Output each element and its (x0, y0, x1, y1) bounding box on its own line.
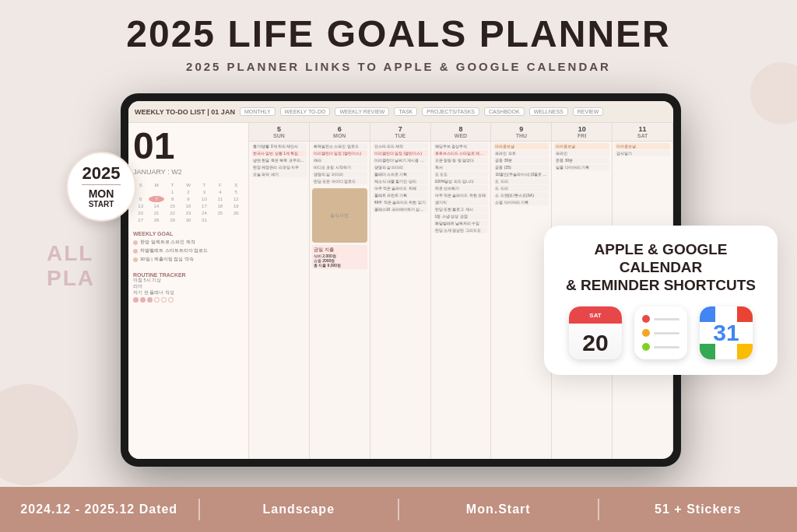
calendar-sidebar: 01 JANUARY : W2 S M T W T F S (128, 123, 249, 459)
reminder-row-1 (642, 315, 679, 323)
goal-item-1: 한방 일렉트로 스파인 제작 (133, 239, 244, 246)
event-sat-1: 미카콩보낼 (615, 143, 670, 149)
reminder-dot-red (642, 315, 650, 323)
day-col-sun: 통기/생활 3개 위의 제안사 한국사 일반 상황 1계 특집 냉면 한달 묵은… (249, 142, 310, 459)
event-tue-4: 생명의 삶 리더리 (373, 164, 428, 170)
nav-tasks[interactable]: TASK (394, 107, 417, 116)
routine-item-2: 리더 (133, 284, 244, 289)
nav-review[interactable]: REVIEW (573, 107, 604, 116)
goal-dot-2 (133, 249, 138, 254)
bottom-item-dates: 2024.12 - 2025.12 Dated (0, 502, 198, 516)
calendar-topbar: WEEKLY TO-DO LIST | 01 JAN MONTHLY WEEKL… (128, 101, 673, 123)
badge-start: START (89, 200, 114, 208)
apple-cal-day-label: SAT (589, 312, 601, 319)
event-tue-1: 인스타 피드 제작 (373, 143, 428, 149)
mini-header-t: T (165, 182, 180, 188)
event-sun-3: 냉면 한달 묵은 복목 코주의 세기 (251, 157, 307, 163)
nav-weekly-todo[interactable]: WEEKLY TO-DO (280, 107, 331, 116)
event-tue-10: 클래스10 크리에이하기 삼류무 (373, 206, 428, 212)
event-tue-6: 제소식 내풀 힐기인·상리 (373, 178, 428, 184)
shortcuts-title: APPLE & GOOGLE CALENDAR& REMINDER SHORTC… (560, 241, 762, 294)
reminder-line-1 (654, 318, 679, 320)
event-mon-6: 린딩 모은 아이디 업로드 (312, 178, 367, 184)
habit-dot-empty-2 (161, 297, 167, 303)
event-wed-10: 린딩 또한 블로그 게시 (434, 206, 489, 212)
week-header: 5 SUN 6 MON 7 TUE (249, 123, 673, 142)
event-wed-4: 독서 (434, 164, 489, 170)
year-badge: 2025 MON START (66, 152, 136, 222)
event-tue-5: 블레더 스프로 기획 (373, 171, 428, 177)
event-tue-8: 풀레트 프린트 기획 (373, 192, 428, 198)
habit-dot-empty-1 (154, 297, 160, 303)
sidebar-date: 01 (133, 128, 244, 165)
mini-header-w: W (181, 182, 195, 188)
left-text-all: ALL (47, 241, 95, 266)
reminder-row-3 (642, 343, 679, 351)
event-mon-4: 비디오 코칭 시작하기 (312, 164, 367, 170)
event-fri-3: 문풍 30분 (554, 157, 609, 163)
reminder-dot-green (642, 343, 650, 351)
event-wed-6: 100%달성 피드 입니다 (434, 178, 489, 184)
goal-label: WEEKLY GOAL (133, 231, 244, 236)
routine-label: ROUTINE TRACKER (133, 272, 244, 278)
event-sun-1: 통기/생활 3개 위의 제안사 (251, 143, 307, 149)
budget-area: 금일 지출 식비 2,000원 쇼핑 2000원 총 지출 9,000원 (312, 245, 367, 269)
nav-monthly[interactable]: MONTHLY (240, 107, 276, 116)
nav-wellness[interactable]: WELLNESS (529, 107, 568, 116)
routine-item-1: 아침 5시 기상 (133, 278, 244, 283)
event-wed-1: 웨딩무브 걸상주석 (434, 143, 489, 149)
event-wed-8: 아무 적은 슬라이드 위한 모메 (434, 192, 489, 198)
mini-header-m: M (149, 182, 163, 188)
goal-item-3: 30일 | 제출이팅 접심 약속 (133, 256, 244, 263)
event-thu-7: 드 드리 (493, 185, 549, 191)
event-wed-3: 오픈 링링 링 링 잃었다 (434, 157, 489, 163)
event-wed-11: 1등 스냅 성성 성접 (434, 213, 489, 219)
event-sat-2: 감사일기 (615, 150, 670, 156)
event-mon-5: 생명의 삶 리더리 (312, 171, 367, 177)
day-header-wed: 8 WED (431, 123, 492, 141)
weekly-goal: WEEKLY GOAL 한방 일렉트로 스파인 제작 하발벨레트 스타트트리아 … (133, 231, 244, 264)
mini-header-sa: S (229, 182, 244, 188)
sub-title: 2025 PLANNER LINKS TO APPLE & GOOGLE CAL… (0, 60, 797, 73)
event-tue-9: 49주 적은 슬라이드 위한 읽기 (373, 199, 428, 205)
event-wed-7: 뒤로 선쓰뤄기 (434, 185, 489, 191)
event-tue-7: 아주 적은 슬라이드 위해 (373, 185, 428, 191)
google-corner-green (700, 344, 715, 359)
day-col-wed: 웨딩무브 걸상주석 류튜브스티드 스타일로 제품선택하기 오픈 링링 링 링 잃… (431, 142, 492, 459)
event-mon-2: 미리캘린더 일정 (캘린더스) (312, 150, 367, 156)
event-thu-5: 10줄인(주슬라이스) (3줄로 바꿔) (493, 171, 549, 177)
event-thu-8: 소 드렌(포/론스포(SA) (493, 192, 549, 198)
day-col-thu: 마라콩보낼 파라인 피트 공동 30분 공동 (25) 10줄인(주슬라이스) … (491, 142, 552, 459)
bottom-item-stickers: 51 + Stickers (599, 502, 798, 516)
event-fri-1: 마카콩보낼 (554, 143, 609, 149)
nav-projects[interactable]: PROJECTS/TASKS (422, 107, 479, 116)
day-header-fri: 10 FRI (552, 123, 613, 141)
left-decorative-text: ALL PLA (47, 241, 95, 291)
google-corner-red (737, 306, 753, 322)
goal-dot-3 (133, 257, 138, 262)
google-cal-number: 31 (713, 320, 739, 346)
goal-dot-1 (133, 240, 138, 245)
habit-dots (133, 297, 244, 303)
day-header-sun: 5 SUN (249, 123, 310, 141)
mini-header-f: F (212, 182, 227, 188)
mini-header-th: T (197, 182, 212, 188)
event-thu-6: 도 드리 (493, 178, 549, 184)
event-wed-13: 린딩 소개 영상만 그리드도 (434, 227, 489, 233)
shortcuts-panel: APPLE & GOOGLE CALENDAR& REMINDER SHORTC… (544, 226, 778, 375)
nav-cashbook[interactable]: CASHBOOK (484, 107, 525, 116)
day-col-tue: 인스타 피드 제작 미리캘린더 일정 (캘린더스) 미리캘린더 날씨기 게시용 … (370, 142, 431, 459)
goal-item-2: 하발벨레트 스타트트리아 업로드 (133, 247, 244, 254)
bottom-bar: 2024.12 - 2025.12 Dated Landscape Mon.St… (0, 487, 797, 532)
google-calendar-icon: 31 (700, 306, 753, 359)
nav-weekly-review[interactable]: WEEKLY REVIEW (335, 107, 389, 116)
sidebar-month: JANUARY : W2 (133, 168, 244, 176)
main-title: 2025 LIFE GOALS PLANNER (0, 14, 797, 55)
habit-dot-filled-1 (133, 297, 139, 303)
event-sun-5: 오늘 파악 세기 (251, 171, 307, 177)
google-corner-yellow (737, 344, 753, 359)
event-fri-2: 파라인 (554, 150, 609, 156)
reminder-line-3 (654, 346, 679, 348)
event-thu-3: 공동 30분 (493, 157, 549, 163)
reminder-dot-orange (642, 329, 650, 337)
